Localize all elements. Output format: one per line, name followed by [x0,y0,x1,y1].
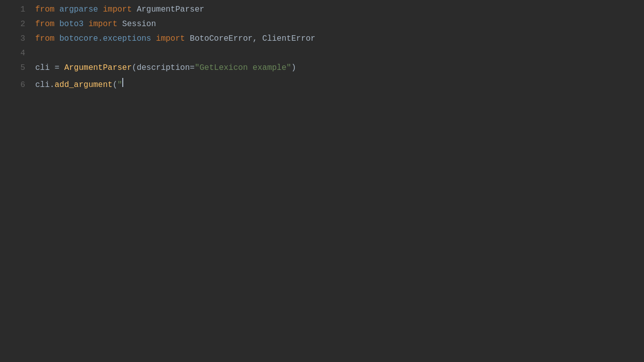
token-keyword: from [35,5,54,14]
code-content: from argparse import ArgumentParser [35,5,204,14]
token-funcname: ArgumentParser [64,63,132,72]
code-content: from botocore.exceptions import BotoCore… [35,34,315,43]
token-string: "GetLexicon example" [195,63,291,72]
line-number: 3 [10,34,25,43]
code-content: cli = ArgumentParser(description="GetLex… [35,63,296,72]
token-keyword: import [89,20,118,29]
token-space [84,20,89,29]
token-keyword: import [103,5,132,14]
code-line: 1from argparse import ArgumentParser [0,5,644,20]
token-space [54,34,59,43]
token-space [98,5,103,14]
code-editor[interactable]: 1from argparse import ArgumentParser2fro… [0,0,644,362]
token-keyword: import [156,34,185,43]
token-classname: BotoCoreError [190,34,253,43]
code-line: 5cli = ArgumentParser(description="GetLe… [0,63,644,78]
token-space [185,34,190,43]
text-cursor [122,78,123,87]
line-number: 1 [10,5,25,14]
token-module: botocore.exceptions [59,34,151,43]
code-line: 2from boto3 import Session [0,20,644,34]
token-plain: description= [137,63,195,72]
token-space [54,20,59,29]
token-plain: ( [132,63,137,72]
code-line: 3from botocore.exceptions import BotoCor… [0,34,644,49]
token-classname: Session [122,20,156,29]
token-keyword: from [35,34,54,43]
token-plain: ) [291,63,296,72]
code-line: 4 [0,49,644,63]
token-module: argparse [59,5,98,14]
line-number: 2 [10,20,25,29]
token-plain: , [253,34,262,43]
token-space [54,5,59,14]
token-string: " [117,80,122,89]
token-varname: cli [35,80,50,89]
token-module: boto3 [59,20,84,29]
token-plain: = [50,63,64,72]
token-classname: ArgumentParser [137,5,204,14]
code-content: from boto3 import Session [35,20,156,29]
token-keyword: from [35,20,54,29]
token-plain: ( [113,80,118,89]
token-funcname: add_argument [54,80,112,89]
token-classname: ClientError [262,34,315,43]
token-space [151,34,156,43]
token-plain: . [50,80,55,89]
code-content: cli.add_argument(" [35,78,123,89]
token-space [132,5,137,14]
line-number: 6 [10,80,25,89]
token-space [117,20,122,29]
code-line: 6cli.add_argument(" [0,78,644,93]
line-number: 5 [10,63,25,72]
token-varname: cli [35,63,50,72]
line-number: 4 [10,49,25,58]
